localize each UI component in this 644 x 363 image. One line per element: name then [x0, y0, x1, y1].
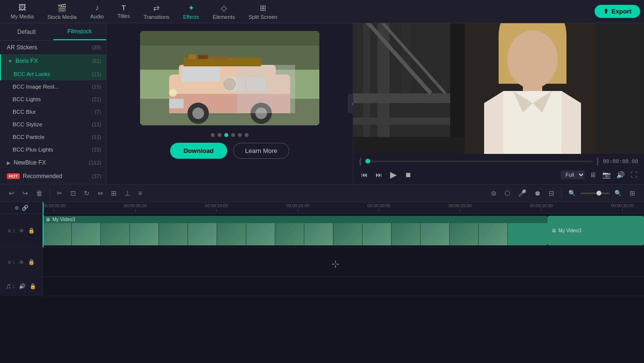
- svg-point-17: [224, 78, 236, 90]
- category-bcc-particle[interactable]: BCC Particle (11): [0, 131, 106, 143]
- ruler-mark-3: 00:00:15:00: [286, 202, 310, 212]
- split-screen-icon: ⊞: [260, 3, 266, 13]
- dot-1[interactable]: [218, 133, 221, 137]
- category-bcc-stylize[interactable]: BCC Stylize (11): [0, 118, 106, 131]
- record-button[interactable]: ⏺: [531, 187, 544, 199]
- voice-button[interactable]: 🎤: [515, 187, 529, 199]
- ruler-label-2: 00:00:10:00: [205, 204, 228, 208]
- category-boris-fx[interactable]: ▼ Boris FX (91): [0, 54, 106, 68]
- zoom-out-button[interactable]: 🔍: [565, 188, 579, 198]
- fullscreen-icon-button[interactable]: ⛶: [629, 170, 638, 180]
- camera-icon-button[interactable]: 📷: [601, 170, 612, 180]
- cut-button[interactable]: ✂: [54, 187, 65, 199]
- track-audio-volume-icon[interactable]: 🔊: [19, 283, 26, 289]
- zoom-in-button[interactable]: 🔍: [612, 188, 625, 198]
- skip-back-button[interactable]: ⏮: [359, 170, 370, 180]
- ruler-marks: 00:00:00:00 00:00:05:00 00:00:10:00 00:0…: [43, 202, 644, 213]
- cat-count-boris-fx: (91): [92, 58, 101, 64]
- track-content-audio[interactable]: [43, 277, 644, 296]
- track-2-eye-icon[interactable]: 👁: [19, 228, 24, 234]
- link-icon[interactable]: 🔗: [22, 205, 29, 211]
- nav-item-titles[interactable]: T Titles: [110, 2, 137, 21]
- monitor-icon-button[interactable]: 🖥: [589, 170, 597, 180]
- step-back-button[interactable]: ⏭: [374, 170, 384, 180]
- cat-count-bcc-blur: (7): [95, 109, 101, 115]
- svg-rect-21: [198, 55, 208, 59]
- add-track-icon[interactable]: ⊕: [15, 205, 19, 211]
- track-content-1[interactable]: ⊹: [43, 248, 644, 276]
- track-1-eye-icon[interactable]: 👁: [19, 259, 24, 265]
- zoom-control[interactable]: [581, 193, 610, 194]
- tab-default[interactable]: Default: [0, 23, 53, 40]
- category-bcc-art-looks[interactable]: BCC Art Looks (11): [0, 68, 106, 80]
- track-content-2[interactable]: 🖥 My Video3: [43, 214, 644, 247]
- dot-5[interactable]: [245, 133, 249, 137]
- dot-4[interactable]: [238, 133, 242, 137]
- picture-in-picture-button[interactable]: ⊟: [546, 187, 557, 199]
- nav-item-elements[interactable]: ◇ Elements: [206, 1, 242, 22]
- zoom-slider[interactable]: [581, 193, 610, 194]
- snapshot-button[interactable]: ⊚: [488, 187, 500, 199]
- mirror-button[interactable]: ⇔: [94, 187, 106, 199]
- tab-filmstock[interactable]: Filmstock: [53, 23, 107, 40]
- category-bcc-plus-lights[interactable]: BCC Plus Lights (15): [0, 143, 106, 156]
- progress-thumb[interactable]: [365, 159, 370, 164]
- clip-2-icon: 🖥: [551, 228, 556, 233]
- category-recommended[interactable]: HOT Recommended (37): [0, 169, 106, 183]
- progress-bar-container: { } 00:00:00.00: [359, 157, 638, 166]
- ai-tools-button[interactable]: ⬡: [502, 187, 513, 199]
- track-1-lock-icon[interactable]: 🔒: [28, 259, 35, 265]
- transform-button[interactable]: ⊞: [108, 187, 120, 199]
- cat-label-ar-stickers: AR Stickers: [7, 44, 92, 51]
- category-bcc-image-rest[interactable]: BCC Image Rest... (15): [0, 80, 106, 93]
- nav-item-my-media[interactable]: 🖼 My Media: [4, 1, 41, 21]
- nav-item-split-screen[interactable]: ⊞ Split Screen: [242, 1, 284, 22]
- volume-icon-button[interactable]: 🔊: [615, 170, 626, 180]
- track-2-lock-icon[interactable]: 🔒: [28, 227, 35, 234]
- video-controls: { } 00:00:00.00 ⏮ ⏭ ▶ ⏹ Full 🖥 📷 🔊 ⛶: [353, 154, 644, 184]
- quality-selector[interactable]: Full: [561, 170, 585, 179]
- video-clip-second[interactable]: 🖥 My Video3: [548, 216, 644, 245]
- cat-label-recommended: Recommended: [23, 173, 92, 180]
- nav-item-stock-media[interactable]: 🎬 Stock Media: [41, 1, 84, 22]
- category-bcc-blur[interactable]: BCC Blur (7): [0, 106, 106, 118]
- grid-view-button[interactable]: ⊞: [627, 187, 638, 199]
- export-button[interactable]: ⬆ Export: [595, 5, 640, 18]
- dot-2[interactable]: [224, 133, 228, 137]
- cat-count-bcc-stylize: (11): [92, 121, 101, 127]
- svg-rect-22: [213, 56, 227, 59]
- cat-count-bcc-plus-lights: (15): [92, 147, 101, 152]
- split-button[interactable]: ⊥: [122, 187, 133, 199]
- nav-item-effects[interactable]: ✦ Effects: [176, 1, 206, 22]
- rotate-button[interactable]: ↻: [81, 187, 93, 199]
- undo-button[interactable]: ↩: [6, 187, 17, 199]
- audio-icon: ♪: [95, 3, 99, 12]
- play-button[interactable]: ▶: [388, 168, 399, 181]
- nav-item-audio[interactable]: ♪ Audio: [83, 1, 110, 21]
- ruler-mark-1: 00:00:05:00: [124, 202, 147, 212]
- dot-0[interactable]: [211, 133, 215, 137]
- track-1-number: 🖥 1: [7, 260, 16, 265]
- dot-3[interactable]: [231, 133, 235, 137]
- category-newblue-fx[interactable]: ▶ NewBlue FX (112): [0, 156, 106, 169]
- category-bcc-lights[interactable]: BCC Lights (21): [0, 93, 106, 106]
- video-preview: [353, 23, 644, 154]
- nav-label-effects: Effects: [183, 14, 199, 20]
- cat-count-newblue-fx: (112): [89, 160, 101, 166]
- nav-item-transitions[interactable]: ⇄ Transitions: [137, 1, 176, 22]
- crop-button[interactable]: ⊡: [67, 187, 79, 199]
- redo-button[interactable]: ↪: [19, 187, 31, 199]
- learn-more-button[interactable]: Learn More: [233, 143, 289, 159]
- download-button[interactable]: Download: [170, 143, 227, 159]
- stop-button[interactable]: ⏹: [403, 170, 413, 180]
- category-ar-stickers[interactable]: AR Stickers (39): [0, 41, 106, 54]
- video-clip-main[interactable]: 🖥 My Video3: [43, 216, 548, 245]
- svg-point-12: [192, 107, 204, 119]
- cat-label-bcc-image-rest: BCC Image Rest...: [13, 84, 92, 90]
- delete-button[interactable]: 🗑: [33, 187, 46, 199]
- timeline-tracks: 🖥 2 👁 🔒 🖥 My Video3: [0, 214, 644, 363]
- cat-label-bcc-stylize: BCC Stylize: [13, 121, 92, 127]
- progress-track[interactable]: [365, 161, 592, 162]
- more-button[interactable]: ≡: [135, 187, 145, 199]
- track-audio-lock-icon[interactable]: 🔒: [30, 283, 36, 289]
